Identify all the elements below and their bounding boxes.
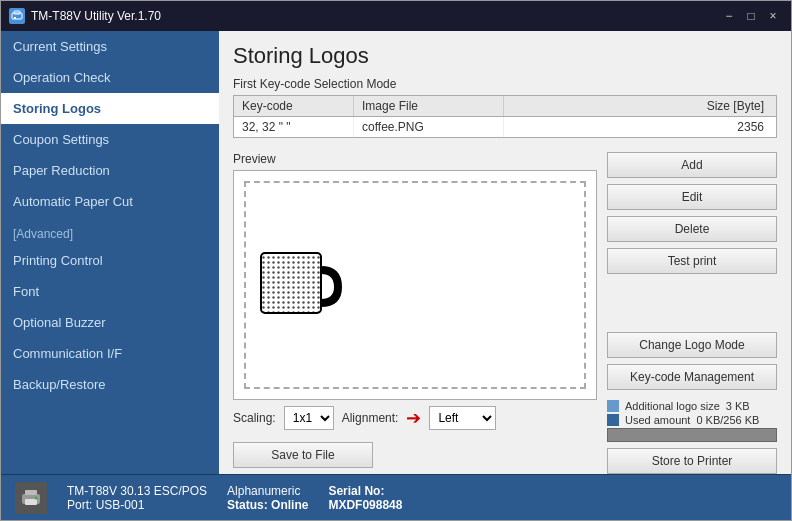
- status-serial: Serial No: MXDF098848: [328, 484, 402, 512]
- printer-icon: [15, 482, 47, 514]
- table-header: Key-code Image File Size [Byte]: [234, 96, 776, 117]
- used-amount-value: 0 KB/256 KB: [696, 414, 759, 426]
- test-print-button[interactable]: Test print: [607, 248, 777, 274]
- status-port: Port: USB-001: [67, 498, 207, 512]
- keycode-table: Key-code Image File Size [Byte] 32, 32 "…: [233, 95, 777, 138]
- keycode-management-button[interactable]: Key-code Management: [607, 364, 777, 390]
- main-content: Storing Logos First Key-code Selection M…: [219, 31, 791, 474]
- add-button[interactable]: Add: [607, 152, 777, 178]
- scaling-select[interactable]: 1x1 2x2 3x3: [284, 406, 334, 430]
- titlebar-left: TM-T88V Utility Ver.1.70: [9, 8, 161, 24]
- store-to-printer-button[interactable]: Store to Printer: [607, 448, 777, 474]
- statusbar: TM-T88V 30.13 ESC/POS Port: USB-001 Alph…: [1, 474, 791, 520]
- spacer: [607, 280, 777, 326]
- window-title: TM-T88V Utility Ver.1.70: [31, 9, 161, 23]
- sidebar: Current Settings Operation Check Storing…: [1, 31, 219, 474]
- sidebar-item-backup-restore[interactable]: Backup/Restore: [1, 369, 219, 400]
- svg-point-8: [35, 496, 38, 499]
- svg-rect-7: [25, 499, 37, 505]
- col-size: Size [Byte]: [504, 96, 776, 116]
- app-icon: [9, 8, 25, 24]
- content-area: Current Settings Operation Check Storing…: [1, 31, 791, 474]
- edit-button[interactable]: Edit: [607, 184, 777, 210]
- scaling-label: Scaling:: [233, 411, 276, 425]
- additional-logo-value: 3 KB: [726, 400, 750, 412]
- preview-section: Preview: [233, 152, 597, 474]
- status-input-type: Alphanumeric: [227, 484, 308, 498]
- keycode-section: First Key-code Selection Mode Key-code I…: [233, 77, 777, 138]
- status-online: Status: Online: [227, 498, 308, 512]
- logo-info: Additional logo size 3 KB Used amount 0 …: [607, 400, 777, 442]
- cell-size: 2356: [504, 117, 776, 137]
- table-row[interactable]: 32, 32 " " coffee.PNG 2356: [234, 117, 776, 137]
- sidebar-item-operation-check[interactable]: Operation Check: [1, 62, 219, 93]
- titlebar: TM-T88V Utility Ver.1.70 − □ ×: [1, 1, 791, 31]
- coffee-mug-preview: [256, 245, 346, 325]
- maximize-button[interactable]: □: [741, 7, 761, 25]
- keycode-mode-label: First Key-code Selection Mode: [233, 77, 777, 91]
- svg-rect-6: [25, 490, 37, 495]
- preview-label: Preview: [233, 152, 597, 166]
- close-button[interactable]: ×: [763, 7, 783, 25]
- used-amount-row: Used amount 0 KB/256 KB: [607, 414, 777, 426]
- additional-logo-row: Additional logo size 3 KB: [607, 400, 777, 412]
- status-model: TM-T88V 30.13 ESC/POS: [67, 484, 207, 498]
- preview-box: [233, 170, 597, 400]
- cell-image: coffee.PNG: [354, 117, 504, 137]
- change-logo-mode-button[interactable]: Change Logo Mode: [607, 332, 777, 358]
- progress-bar: [607, 428, 777, 442]
- controls-row: Scaling: 1x1 2x2 3x3 Alignment: ➔ Left C…: [233, 400, 597, 436]
- sidebar-item-current-settings[interactable]: Current Settings: [1, 31, 219, 62]
- action-row: Save to File: [233, 436, 597, 474]
- status-input-section: Alphanumeric Status: Online: [227, 484, 308, 512]
- sidebar-item-printing-control[interactable]: Printing Control: [1, 245, 219, 276]
- svg-rect-2: [14, 17, 16, 19]
- sidebar-item-paper-reduction[interactable]: Paper Reduction: [1, 155, 219, 186]
- used-amount-label: Used amount: [625, 414, 690, 426]
- alignment-select[interactable]: Left Center Right: [429, 406, 496, 430]
- save-to-file-button[interactable]: Save to File: [233, 442, 373, 468]
- additional-color-box: [607, 400, 619, 412]
- minimize-button[interactable]: −: [719, 7, 739, 25]
- preview-inner: [244, 181, 586, 389]
- status-serial-section: Serial No: MXDF098848: [328, 484, 402, 512]
- window-controls: − □ ×: [719, 7, 783, 25]
- delete-button[interactable]: Delete: [607, 216, 777, 242]
- col-keycode: Key-code: [234, 96, 354, 116]
- sidebar-item-font[interactable]: Font: [1, 276, 219, 307]
- sidebar-item-automatic-paper-cut[interactable]: Automatic Paper Cut: [1, 186, 219, 217]
- advanced-section-header: [Advanced]: [1, 217, 219, 245]
- col-image: Image File: [354, 96, 504, 116]
- sidebar-item-storing-logos[interactable]: Storing Logos: [1, 93, 219, 124]
- status-model-info: TM-T88V 30.13 ESC/POS Port: USB-001: [67, 484, 207, 512]
- additional-logo-label: Additional logo size: [625, 400, 720, 412]
- svg-rect-4: [261, 253, 321, 313]
- arrow-icon: ➔: [406, 407, 421, 429]
- page-title: Storing Logos: [233, 43, 777, 69]
- cell-keycode: 32, 32 " ": [234, 117, 354, 137]
- main-window: TM-T88V Utility Ver.1.70 − □ × Current S…: [0, 0, 792, 521]
- used-color-box: [607, 414, 619, 426]
- bottom-area: Preview: [233, 152, 777, 474]
- alignment-label: Alignment:: [342, 411, 399, 425]
- sidebar-item-coupon-settings[interactable]: Coupon Settings: [1, 124, 219, 155]
- sidebar-item-optional-buzzer[interactable]: Optional Buzzer: [1, 307, 219, 338]
- sidebar-item-communication-if[interactable]: Communication I/F: [1, 338, 219, 369]
- right-panel: Add Edit Delete Test print Change Logo M…: [607, 152, 777, 474]
